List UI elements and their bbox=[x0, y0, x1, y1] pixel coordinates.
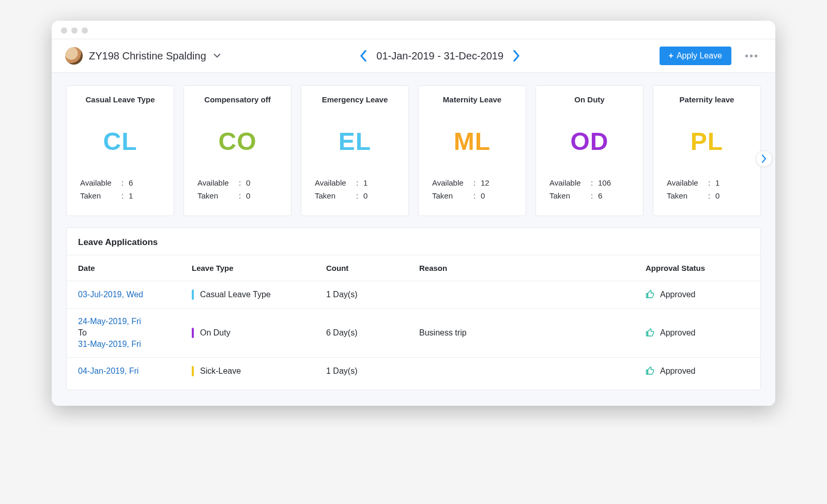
leave-type-cell: Sick-Leave bbox=[192, 366, 326, 376]
status-label: Approved bbox=[660, 366, 696, 376]
leave-type-abbr: EL bbox=[311, 127, 399, 156]
thumbs-up-icon bbox=[646, 328, 655, 338]
applications-table: Date Leave Type Count Reason Approval St… bbox=[67, 255, 760, 385]
table-row[interactable]: 04-Jan-2019, Fri Sick-Leave 1 Day(s) App… bbox=[67, 357, 760, 385]
date-start-link[interactable]: 03-Jul-2019, Wed bbox=[78, 290, 143, 299]
taken-label: Taken bbox=[197, 191, 239, 200]
taken-label: Taken bbox=[80, 191, 121, 200]
leave-type-stats: Available : 106 Taken : 6 bbox=[545, 174, 634, 204]
col-reason: Reason bbox=[419, 264, 646, 272]
leave-type-title: Emergency Leave bbox=[311, 95, 399, 106]
leave-type-abbr: OD bbox=[545, 127, 634, 156]
available-label: Available bbox=[667, 178, 708, 187]
plus-icon: + bbox=[669, 51, 673, 60]
leave-type-abbr: ML bbox=[428, 127, 516, 156]
leave-type-title: On Duty bbox=[545, 95, 634, 106]
col-type: Leave Type bbox=[192, 264, 326, 272]
apply-leave-label: Apply Leave bbox=[677, 51, 722, 60]
window-dot bbox=[71, 27, 78, 34]
leave-type-color-bar bbox=[192, 366, 194, 376]
avatar bbox=[65, 47, 83, 65]
count-cell: 6 Day(s) bbox=[326, 328, 419, 338]
available-value: 0 bbox=[246, 178, 250, 187]
thumbs-up-icon bbox=[646, 366, 655, 376]
leave-type-stats: Available : 6 Taken : 1 bbox=[76, 174, 164, 204]
leave-type-title: Casual Leave Type bbox=[76, 95, 164, 106]
thumbs-up-icon bbox=[646, 290, 655, 299]
status-cell: Approved bbox=[646, 290, 696, 299]
table-row[interactable]: 03-Jul-2019, Wed Casual Leave Type 1 Day… bbox=[67, 281, 760, 308]
available-label: Available bbox=[197, 178, 239, 187]
date-start-link[interactable]: 24-May-2019, Fri bbox=[78, 317, 192, 326]
page-header: ZY198 Christine Spalding 01-Jan-2019 - 3… bbox=[52, 39, 775, 73]
table-header: Date Leave Type Count Reason Approval St… bbox=[67, 255, 760, 281]
window-titlebar bbox=[52, 21, 775, 39]
leave-type-card[interactable]: On Duty OD Available : 106 Taken : 6 bbox=[535, 85, 644, 216]
count-cell: 1 Day(s) bbox=[326, 366, 419, 376]
leave-type-abbr: PL bbox=[663, 127, 751, 156]
date-to-label: To bbox=[78, 328, 192, 338]
taken-label: Taken bbox=[549, 191, 591, 200]
app-window: ZY198 Christine Spalding 01-Jan-2019 - 3… bbox=[52, 21, 775, 406]
leave-type-card[interactable]: Emergency Leave EL Available : 1 Taken :… bbox=[301, 85, 409, 216]
available-value: 6 bbox=[129, 178, 133, 187]
taken-value: 0 bbox=[481, 191, 485, 200]
leave-type-card[interactable]: Casual Leave Type CL Available : 6 Taken… bbox=[66, 85, 174, 216]
status-label: Approved bbox=[660, 328, 696, 338]
taken-value: 0 bbox=[246, 191, 250, 200]
apply-leave-button[interactable]: + Apply Leave bbox=[660, 47, 731, 65]
leave-type-stats: Available : 12 Taken : 0 bbox=[428, 174, 516, 204]
prev-period-button[interactable] bbox=[360, 50, 367, 62]
leave-type-color-bar bbox=[192, 328, 194, 338]
leave-type-stats: Available : 0 Taken : 0 bbox=[193, 174, 282, 204]
taken-value: 6 bbox=[598, 191, 602, 200]
main-content: Casual Leave Type CL Available : 6 Taken… bbox=[52, 73, 775, 406]
leave-type-abbr: CL bbox=[76, 127, 164, 156]
leave-type-card[interactable]: Compensatory off CO Available : 0 Taken … bbox=[183, 85, 292, 216]
leave-applications-panel: Leave Applications Date Leave Type Count… bbox=[66, 227, 761, 390]
table-row[interactable]: 24-May-2019, Fri To 31-May-2019, Fri On … bbox=[67, 308, 760, 357]
available-label: Available bbox=[432, 178, 473, 187]
chevron-down-icon bbox=[213, 52, 221, 60]
status-label: Approved bbox=[660, 290, 696, 299]
taken-value: 0 bbox=[715, 191, 719, 200]
leave-type-title: Paternity leave bbox=[663, 95, 751, 106]
taken-label: Taken bbox=[432, 191, 473, 200]
scroll-next-button[interactable] bbox=[756, 150, 772, 167]
available-label: Available bbox=[315, 178, 356, 187]
status-cell: Approved bbox=[646, 328, 696, 338]
leave-type-abbr: CO bbox=[193, 127, 282, 156]
count-cell: 1 Day(s) bbox=[326, 290, 419, 299]
col-status: Approval Status bbox=[646, 264, 705, 272]
date-start-link[interactable]: 04-Jan-2019, Fri bbox=[78, 366, 139, 375]
leave-type-cell: On Duty bbox=[192, 328, 326, 338]
leave-type-stats: Available : 1 Taken : 0 bbox=[311, 174, 399, 204]
leave-type-color-bar bbox=[192, 289, 194, 300]
user-selector[interactable]: ZY198 Christine Spalding bbox=[65, 47, 221, 65]
leave-type-title: Compensatory off bbox=[193, 95, 282, 106]
taken-value: 0 bbox=[363, 191, 367, 200]
available-label: Available bbox=[549, 178, 591, 187]
leave-type-card[interactable]: Paternity leave PL Available : 1 Taken :… bbox=[653, 85, 761, 216]
col-date: Date bbox=[78, 264, 192, 272]
leave-type-cell: Casual Leave Type bbox=[192, 289, 326, 300]
window-dot bbox=[82, 27, 88, 34]
leave-type-name: Sick-Leave bbox=[200, 366, 241, 376]
leave-type-stats: Available : 1 Taken : 0 bbox=[663, 174, 751, 204]
available-value: 1 bbox=[715, 178, 719, 187]
available-value: 1 bbox=[363, 178, 367, 187]
available-value: 106 bbox=[598, 178, 611, 187]
date-end-link[interactable]: 31-May-2019, Fri bbox=[78, 340, 192, 349]
leave-types-row: Casual Leave Type CL Available : 6 Taken… bbox=[66, 85, 761, 216]
leave-type-card[interactable]: Maternity Leave ML Available : 12 Taken … bbox=[418, 85, 526, 216]
next-period-button[interactable] bbox=[513, 50, 520, 62]
taken-label: Taken bbox=[667, 191, 708, 200]
col-count: Count bbox=[326, 264, 419, 272]
leave-type-title: Maternity Leave bbox=[428, 95, 516, 106]
more-menu-button[interactable]: ••• bbox=[742, 50, 762, 62]
date-range-nav: 01-Jan-2019 - 31-Dec-2019 bbox=[360, 50, 520, 62]
user-name: ZY198 Christine Spalding bbox=[89, 50, 206, 62]
date-range-text: 01-Jan-2019 - 31-Dec-2019 bbox=[376, 50, 503, 62]
taken-label: Taken bbox=[315, 191, 356, 200]
leave-type-name: On Duty bbox=[200, 328, 231, 338]
